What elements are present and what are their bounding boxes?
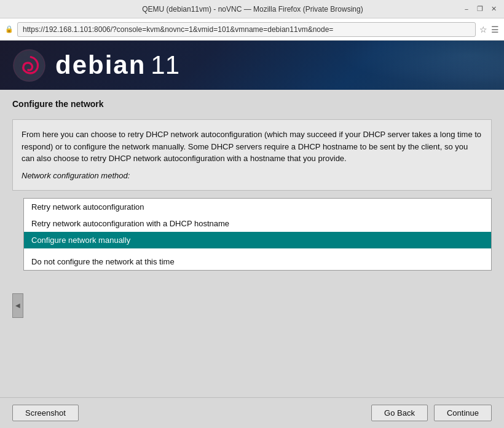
- window-controls: − ❐ ✕: [462, 5, 498, 14]
- browser-window: QEMU (debian11vm) - noVNC — Mozilla Fire…: [0, 0, 504, 428]
- debian-name: debian: [55, 50, 146, 80]
- method-label: Network configuration method:: [22, 170, 482, 182]
- section-title: Configure the network: [12, 99, 492, 109]
- installer-area: Configure the network From here you can …: [0, 90, 504, 397]
- svg-point-0: [13, 49, 45, 82]
- minimize-button[interactable]: −: [462, 5, 471, 14]
- address-bar: 🔒 https://192.168.1.101:8006/?console=kv…: [0, 18, 504, 41]
- option-retry-dhcp[interactable]: Retry network autoconfiguration: [24, 199, 491, 215]
- nav-buttons: Go Back Continue: [371, 405, 492, 421]
- debian-header: debian 11: [0, 41, 504, 90]
- lock-icon: 🔒: [5, 25, 14, 33]
- bottom-bar: Screenshot Go Back Continue: [0, 397, 504, 428]
- screenshot-button[interactable]: Screenshot: [12, 405, 79, 421]
- close-button[interactable]: ✕: [489, 5, 498, 14]
- continue-button[interactable]: Continue: [434, 405, 492, 421]
- options-list: Retry network autoconfiguration Retry ne…: [23, 198, 492, 271]
- debian-brand: debian 11: [55, 50, 179, 80]
- option-retry-dhcp-hostname[interactable]: Retry network autoconfiguration with a D…: [24, 215, 491, 232]
- restore-button[interactable]: ❐: [476, 5, 484, 14]
- bookmark-icon[interactable]: ☆: [479, 25, 487, 34]
- description-box: From here you can choose to retry DHCP n…: [12, 119, 492, 191]
- vm-content: debian 11 Configure the network From her…: [0, 41, 504, 428]
- debian-version: 11: [151, 50, 179, 80]
- window-title: QEMU (debian11vm) - noVNC — Mozilla Fire…: [43, 5, 462, 14]
- options-wrapper: ◀ Retry network autoconfiguration Retry …: [12, 198, 492, 388]
- go-back-button[interactable]: Go Back: [371, 405, 428, 421]
- option-no-configure[interactable]: Do not configure the network at this tim…: [24, 253, 491, 270]
- menu-icon[interactable]: ☰: [491, 25, 499, 34]
- debian-logo: [12, 49, 46, 82]
- url-bar[interactable]: https://192.168.1.101:8006/?console=kvm&…: [17, 22, 476, 37]
- title-bar: QEMU (debian11vm) - noVNC — Mozilla Fire…: [0, 0, 504, 18]
- option-configure-manually[interactable]: Configure network manually: [24, 232, 491, 248]
- description-text: From here you can choose to retry DHCP n…: [22, 130, 481, 163]
- scroll-tab[interactable]: ◀: [12, 293, 23, 318]
